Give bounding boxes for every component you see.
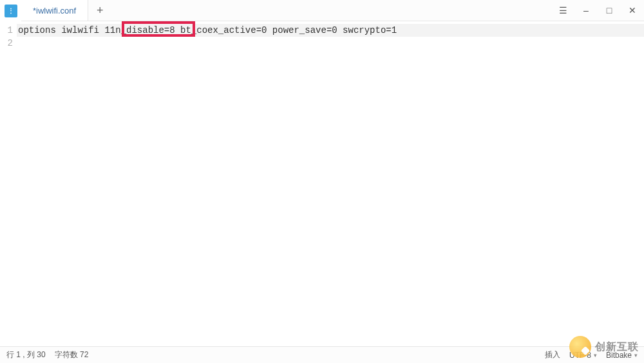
status-encoding[interactable]: UTF-8 ▾ (569, 351, 597, 360)
new-tab-button[interactable]: + (88, 0, 111, 21)
code-line (17, 37, 644, 50)
minimize-button[interactable]: – (574, 0, 598, 21)
minimize-icon: – (583, 5, 589, 15)
close-button[interactable]: ✕ (621, 0, 644, 21)
status-position[interactable]: 行 1 , 列 30 (6, 349, 46, 360)
app-logo-icon: ⋮ (5, 5, 17, 17)
status-syntax-text: Bitbake (606, 351, 632, 360)
plus-icon: + (97, 4, 104, 17)
line-number: 1 (0, 24, 17, 37)
hamburger-icon: ☰ (559, 5, 567, 15)
status-bar: 行 1 , 列 30 字符数 72 插入 UTF-8 ▾ Bitbake ▾ (0, 346, 644, 363)
status-chars[interactable]: 字符数 72 (55, 349, 89, 360)
menu-button[interactable]: ☰ (551, 0, 574, 21)
status-chars-text: 字符数 72 (55, 349, 89, 360)
text-editor[interactable]: options iwlwifi 11n_disable=8 bt_coex_ac… (17, 21, 644, 346)
title-spacer (111, 0, 551, 21)
status-position-text: 行 1 , 列 30 (6, 349, 46, 360)
app-icon: ⋮ (0, 0, 21, 21)
line-number-gutter: 1 2 (0, 21, 17, 346)
chevron-down-icon: ▾ (634, 352, 638, 358)
maximize-icon: □ (607, 5, 612, 15)
title-bar: ⋮ *iwlwifi.conf + ☰ – □ ✕ (0, 0, 644, 21)
editor-area: 1 2 options iwlwifi 11n_disable=8 bt_coe… (0, 21, 644, 346)
tab-title: *iwlwifi.conf (33, 6, 76, 15)
status-syntax[interactable]: Bitbake ▾ (606, 351, 638, 360)
close-icon: ✕ (629, 5, 636, 15)
maximize-button[interactable]: □ (598, 0, 621, 21)
status-insert-text: 插入 (545, 349, 560, 360)
window-controls: ☰ – □ ✕ (551, 0, 644, 21)
code-line: options iwlwifi 11n_disable=8 bt_coex_ac… (17, 24, 644, 37)
tab-file[interactable]: *iwlwifi.conf (21, 0, 88, 21)
chevron-down-icon: ▾ (594, 352, 597, 358)
line-number: 2 (0, 37, 17, 50)
status-insert-mode[interactable]: 插入 (545, 349, 560, 360)
status-encoding-text: UTF-8 (569, 351, 591, 360)
